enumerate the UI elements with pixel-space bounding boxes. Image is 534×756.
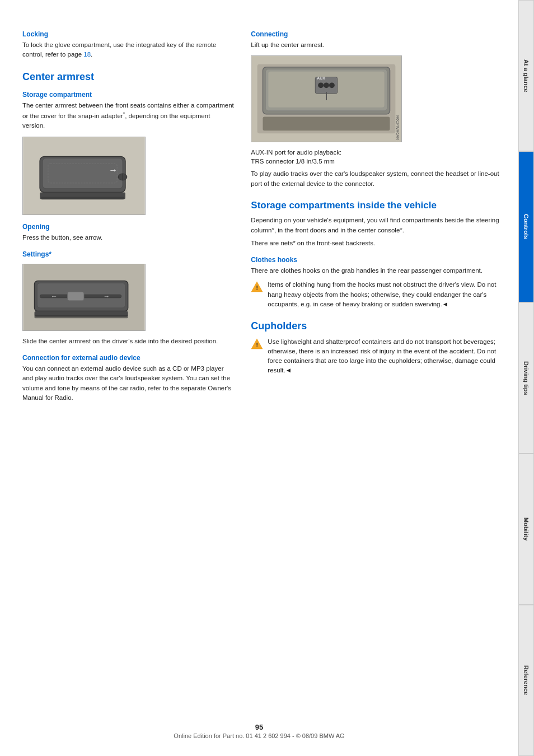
- storage-subheading: Storage compartment: [22, 91, 234, 99]
- storage-body: The center armrest between the front sea…: [22, 101, 234, 131]
- settings-section: Settings*: [22, 250, 234, 258]
- settings-subheading: Settings*: [22, 250, 234, 258]
- aux-label-line1: AUX-IN port for audio playback:: [251, 149, 341, 156]
- side-tabs: At a glance Controls Driving tips Mobili…: [518, 0, 534, 756]
- clothes-hooks-body: There are clothes hooks on the grab hand…: [251, 266, 507, 276]
- connection-section: Connection for external audio device You…: [22, 354, 234, 403]
- tab-reference-label: Reference: [523, 665, 530, 695]
- tab-driving-label: Driving tips: [523, 361, 530, 395]
- opening-subheading: Opening: [22, 223, 234, 231]
- svg-rect-17: [35, 315, 128, 318]
- svg-text:→: →: [103, 292, 110, 300]
- image-watermark: R6CPWR6AR: [396, 115, 400, 140]
- footer-text: Online Edition for Part no. 01 41 2 602 …: [174, 732, 344, 739]
- svg-text:!: !: [256, 284, 259, 292]
- armrest-image: →: [22, 137, 146, 215]
- tab-driving[interactable]: Driving tips: [518, 302, 534, 454]
- tab-controls[interactable]: Controls: [518, 151, 534, 302]
- tab-at-glance-label: At a glance: [523, 59, 530, 92]
- aux-body: To play audio tracks over the car's loud…: [251, 169, 507, 189]
- center-armrest-heading: Center armrest: [22, 71, 234, 83]
- page-number: 95: [0, 723, 518, 731]
- svg-rect-29: [263, 117, 390, 131]
- locking-section: Locking To lock the glove compartment, u…: [22, 30, 234, 60]
- connection-subheading: Connection for external audio device: [22, 354, 234, 362]
- svg-text:→: →: [109, 165, 118, 175]
- svg-point-24: [318, 83, 324, 88]
- storage-inside-body1: Depending on your vehicle's equipment, y…: [251, 216, 507, 235]
- svg-point-25: [324, 83, 329, 88]
- tab-mobility-label: Mobility: [523, 517, 530, 541]
- storage-section: Storage compartment The center armrest b…: [22, 91, 234, 131]
- tab-controls-label: Controls: [523, 214, 530, 239]
- storage-inside-body2: There are nets* on the front-seat backre…: [251, 239, 507, 248]
- opening-section: Opening Press the button, see arrow.: [22, 223, 234, 242]
- connection-body: You can connect an external audio device…: [22, 364, 234, 403]
- clothes-hooks-subheading: Clothes hooks: [251, 256, 507, 264]
- clothes-hooks-warning-text: Items of clothing hung from the hooks mu…: [268, 280, 507, 309]
- connecting-subheading: Connecting: [251, 30, 507, 38]
- aux-label: AUX-IN port for audio playback: TRS conn…: [251, 148, 507, 166]
- cupholders-warning-text: Use lightweight and shatterproof contain…: [268, 337, 507, 376]
- settings-image: ← →: [22, 264, 146, 331]
- locking-heading: Locking: [22, 30, 234, 38]
- cupholders-heading: Cupholders: [251, 320, 507, 333]
- warning-icon: !: [251, 281, 263, 292]
- locking-body: To lock the glove compartment, use the i…: [22, 40, 234, 60]
- tab-mobility[interactable]: Mobility: [518, 454, 534, 605]
- svg-rect-8: [41, 197, 124, 199]
- svg-point-26: [329, 83, 335, 88]
- connecting-section: Connecting Lift up the center armrest.: [251, 30, 507, 50]
- svg-rect-13: [68, 292, 85, 301]
- aux-image: AUX R6CPWR6AR: [251, 55, 402, 142]
- svg-text:!: !: [256, 341, 259, 349]
- clothes-hooks-warning: ! Items of clothing hung from the hooks …: [251, 280, 507, 309]
- connecting-body: Lift up the center armrest.: [251, 40, 507, 50]
- svg-text:←: ←: [51, 292, 58, 300]
- settings-body: Slide the center armrest on the driver's…: [22, 337, 234, 346]
- aux-label-line2: TRS connector 1/8 in/3.5 mm: [251, 158, 335, 165]
- cupholders-warning: ! Use lightweight and shatterproof conta…: [251, 337, 507, 376]
- svg-text:AUX: AUX: [317, 77, 326, 81]
- page-footer: 95 Online Edition for Part no. 01 41 2 6…: [0, 723, 518, 739]
- tab-at-glance[interactable]: At a glance: [518, 0, 534, 151]
- page-link-18[interactable]: 18: [83, 51, 91, 58]
- storage-inside-heading: Storage compartments inside the vehicle: [251, 200, 507, 211]
- cupholders-warning-icon: !: [251, 338, 263, 349]
- opening-body: Press the button, see arrow.: [22, 233, 234, 242]
- tab-reference[interactable]: Reference: [518, 605, 534, 756]
